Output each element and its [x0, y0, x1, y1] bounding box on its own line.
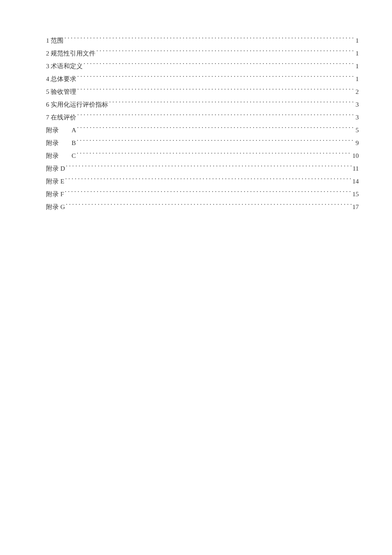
toc-entry-page: 3: [356, 111, 359, 124]
toc-leader-dots: [96, 49, 355, 55]
toc-leader-dots: [77, 87, 355, 94]
toc-leader-dots: [77, 151, 352, 158]
toc-entry: 附录 A 5: [46, 124, 359, 137]
toc-entry: 1 范围 1: [46, 34, 359, 47]
toc-entry: 附录 G 17: [46, 200, 359, 213]
toc-entry-label: 附录 D: [46, 162, 65, 175]
toc-leader-dots: [109, 100, 355, 107]
toc-entry-page: 10: [352, 149, 359, 162]
toc-entry-label: 3 术语和定义: [46, 60, 83, 73]
toc-entry-label: 1 范围: [46, 34, 63, 47]
toc-entry-label: 附录 F: [46, 188, 64, 200]
toc-entry: 附录 F 15: [46, 188, 359, 200]
toc-entry-label: 4 总体要求: [46, 73, 76, 85]
toc-entry-page: 1: [356, 73, 359, 85]
toc-entry-label: 附录 E: [46, 175, 64, 188]
table-of-contents: 1 范围 1 2 规范性引用文件 1 3 术语和定义 1 4 总体要求 1 5 …: [46, 34, 359, 213]
toc-entry-page: 9: [356, 137, 359, 149]
toc-leader-dots: [77, 126, 355, 132]
toc-leader-dots: [77, 75, 355, 81]
toc-leader-dots: [66, 164, 352, 171]
toc-entry-page: 17: [352, 200, 359, 213]
toc-entry: 6 实用化运行评价指标 3: [46, 98, 359, 111]
toc-entry: 附录 D 11: [46, 162, 359, 175]
toc-entry: 附录 B 9: [46, 137, 359, 149]
toc-entry: 4 总体要求 1: [46, 73, 359, 85]
toc-leader-dots: [77, 113, 355, 119]
toc-entry: 附录 E 14: [46, 175, 359, 188]
toc-leader-dots: [84, 62, 355, 68]
toc-entry-page: 11: [353, 162, 359, 175]
toc-leader-dots: [64, 36, 355, 43]
toc-entry-label: 6 实用化运行评价指标: [46, 98, 108, 111]
toc-entry-label: 附录 A: [46, 124, 76, 137]
toc-entry-label: 5 验收管理: [46, 85, 76, 98]
toc-entry-page: 5: [356, 124, 359, 137]
toc-entry-label: 附录 C: [46, 149, 76, 162]
toc-leader-dots: [65, 177, 352, 183]
toc-entry-label: 附录 B: [46, 137, 76, 149]
toc-entry-label: 2 规范性引用文件: [46, 47, 95, 60]
toc-entry: 7 在线评价 3: [46, 111, 359, 124]
toc-entry: 2 规范性引用文件 1: [46, 47, 359, 60]
toc-entry: 3 术语和定义 1: [46, 60, 359, 73]
toc-entry-page: 1: [356, 47, 359, 60]
toc-leader-dots: [77, 139, 355, 145]
toc-leader-dots: [66, 203, 352, 209]
toc-entry-label: 7 在线评价: [46, 111, 76, 124]
toc-entry-page: 15: [352, 188, 359, 200]
toc-entry: 5 验收管理 2: [46, 85, 359, 98]
toc-entry-page: 2: [356, 85, 359, 98]
toc-entry-page: 3: [356, 98, 359, 111]
toc-entry-label: 附录 G: [46, 200, 65, 213]
toc-leader-dots: [65, 190, 352, 196]
toc-entry-page: 1: [356, 60, 359, 73]
toc-entry-page: 1: [356, 34, 359, 47]
toc-entry-page: 14: [352, 175, 359, 188]
toc-entry: 附录 C 10: [46, 149, 359, 162]
